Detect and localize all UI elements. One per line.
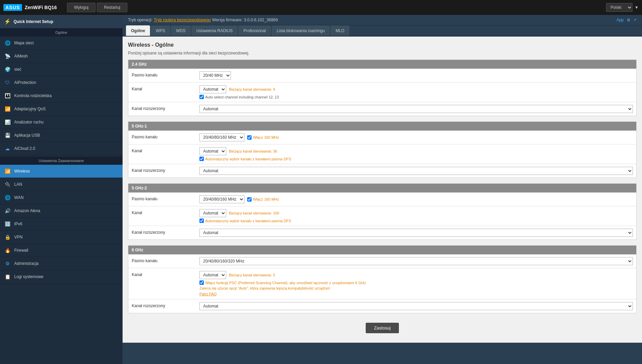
logout-button[interactable]: Wyloguj: [67, 3, 96, 12]
aimesh-icon: 📡: [4, 53, 11, 60]
sidebar-item-mapa-sieci[interactable]: 🌐 Mapa sieci: [0, 37, 123, 50]
sidebar-item-vpn[interactable]: 🔒 VPN: [0, 231, 123, 244]
quick-setup-item[interactable]: ⚡ Quick Internet Setup: [0, 15, 123, 28]
extchannel-select-5g2[interactable]: Automat: [199, 229, 633, 237]
product-name: ZenWiFi BQ16: [25, 5, 57, 10]
dfs-checkbox-5g2[interactable]: [199, 219, 204, 223]
apply-button[interactable]: Zastosuj: [366, 323, 399, 333]
channel-checkbox-input-24[interactable]: [199, 95, 204, 99]
sidebar-label-aiprotection: AiProtection: [14, 80, 36, 85]
band-5ghz2-bandwidth-row: Pasmo kanału 20/40/80/160 MHz 20 MHz40 M…: [128, 192, 636, 206]
sidebar-label-admin: Administracja: [14, 261, 39, 266]
channel-info-24: Bieżący kanał sterowania: 9: [229, 87, 275, 91]
channel-select-24[interactable]: Automat 123 456 789 10111213: [199, 85, 226, 93]
content-area: Tryb operacji: Tryb routera bezprzewodow…: [123, 15, 642, 364]
tab-mlo[interactable]: MLO: [330, 25, 349, 36]
shield-icon: 🛡: [4, 79, 11, 86]
qos-icon: 📶: [4, 106, 11, 112]
logo-area: ASUS ZenWiFi BQ16: [3, 4, 57, 11]
wan-icon: 🌐: [4, 194, 11, 201]
tab-wds[interactable]: WDS: [171, 25, 191, 36]
top-bar: ASUS ZenWiFi BQ16 Wyloguj Restartuj Pols…: [0, 0, 642, 15]
sidebar-item-ipv6[interactable]: 🔢 IPv6: [0, 218, 123, 231]
sidebar-section-general: Ogólne: [0, 28, 123, 37]
channel-info-5g2: Bieżący kanał sterowania: 100: [229, 211, 279, 215]
band-5ghz1-section: 5 GHz-1 Pasmo kanału 20/40/80/160 MHz 20…: [128, 121, 637, 178]
channel-select-6g[interactable]: Automat 15913: [199, 271, 226, 279]
bandwidth-select-6g[interactable]: 20/40/80/160/320 MHz 20 MHz40 MHz80 MHz1…: [199, 257, 633, 265]
bandwidth-select-5g2[interactable]: 20/40/80/160 MHz 20 MHz40 MHz80 MHz160 M…: [199, 195, 244, 203]
extchannel-label-24: Kanał rozszerzony: [132, 105, 199, 111]
sidebar-item-kontrola[interactable]: 👪 Kontrola rodzicielska: [0, 89, 123, 103]
lan-icon: 🔌: [4, 181, 11, 188]
page-subtitle: Poniżej opisane są ustawienia informacji…: [128, 51, 637, 55]
page-title: Wireless - Ogólne: [128, 42, 637, 48]
sidebar-item-alexa[interactable]: 🔊 Amazon Alexa: [0, 204, 123, 218]
sidebar-item-aiprotection[interactable]: 🛡 AiProtection: [0, 76, 123, 89]
enable160-label-5g1: Włącz 160 MHz: [253, 135, 279, 139]
extchannel-label-5g2: Kanał rozszerzony: [132, 229, 199, 235]
bandwidth-select-24[interactable]: 20/40 MHz 20 MHz 40 MHz: [199, 71, 231, 79]
tab-radius[interactable]: Ustawienia RADIUS: [191, 25, 238, 36]
band-24ghz-channel-row: Kanał Automat 123 456 789 10111213 Bieżą…: [128, 83, 636, 102]
firmware-label: Wersja firmware:: [212, 18, 243, 22]
page-content: Wireless - Ogólne Poniżej opisane są ust…: [123, 37, 642, 343]
tabs-row: Ogólne WPS WDS Ustawienia RADIUS Profess…: [123, 25, 642, 37]
channel-value-5g2: Automat 100104108112 Bieżący kanał stero…: [199, 209, 633, 223]
sidebar-section-advanced: Ustawienia Zaawansowane: [0, 157, 123, 165]
sidebar-item-admin[interactable]: ⚙ Administracja: [0, 257, 123, 270]
channel-checkbox-24: Auto select channel including channel 12…: [199, 95, 633, 99]
channel-label-5g1: Kanał: [132, 147, 199, 153]
sidebar-item-qos[interactable]: 📶 Adaptacyjny QoS: [0, 103, 123, 116]
restart-button[interactable]: Restartuj: [97, 3, 127, 12]
language-select[interactable]: Polski English: [606, 3, 633, 12]
dfs-label-5g2: Automatyczny wybór kanału z kanałami pas…: [205, 219, 291, 223]
app-label: App: [617, 18, 624, 22]
channel-value-5g1: Automat 36404448 52566064 100104 Bieżący…: [199, 147, 633, 161]
sidebar-item-aicloud[interactable]: ☁ AiCloud 2.0: [0, 142, 123, 155]
extchannel-select-6g[interactable]: Automat: [199, 302, 633, 310]
sidebar-item-siec[interactable]: 🌍 sieć: [0, 63, 123, 76]
tab-roaming[interactable]: Lista blokowania roamingu: [272, 25, 330, 36]
psc-checkbox-6g[interactable]: [199, 280, 204, 285]
tab-wps[interactable]: WPS: [151, 25, 170, 36]
band-24ghz-bandwidth-row: Pasmo kanału 20/40 MHz 20 MHz 40 MHz: [128, 69, 636, 83]
bandwidth-value-6g: 20/40/80/160/320 MHz 20 MHz40 MHz80 MHz1…: [199, 257, 633, 265]
usb-icon: 💾: [4, 132, 11, 139]
enable160-checkbox-5g1[interactable]: [247, 135, 252, 140]
band-24ghz-section: 2.4 GHz Pasmo kanału 20/40 MHz 20 MHz 40…: [128, 60, 637, 116]
sidebar-item-firewall[interactable]: 🔥 Firewall: [0, 244, 123, 257]
extchannel-select-5g1[interactable]: Automat: [199, 167, 633, 175]
sidebar-item-analizator[interactable]: 📊 Analizator ruchu: [0, 116, 123, 129]
sidebar-item-lan[interactable]: 🔌 LAN: [0, 178, 123, 191]
status-icons: App 🖥 ↗: [617, 18, 637, 22]
sidebar-label-siec: sieć: [14, 67, 21, 72]
status-bar: Tryb operacji: Tryb routera bezprzewodow…: [123, 15, 642, 25]
operation-mode-link[interactable]: Tryb routera bezprzewodowego: [154, 18, 211, 22]
channel-select-5g1[interactable]: Automat 36404448 52566064 100104: [199, 147, 226, 155]
sidebar-label-wan: WAN: [14, 195, 24, 200]
sidebar-item-logi[interactable]: 📋 Logi systemowe: [0, 270, 123, 283]
sidebar-label-analizator: Analizator ruchu: [14, 120, 44, 124]
sidebar-item-wan[interactable]: 🌐 WAN: [0, 191, 123, 204]
sidebar-label-vpn: VPN: [14, 235, 23, 240]
share-icon: ↗: [633, 18, 637, 22]
tab-ogolne[interactable]: Ogólne: [126, 25, 150, 36]
firewall-icon: 🔥: [4, 247, 11, 254]
extchannel-select-24[interactable]: Automat Powyżej Poniżej: [199, 105, 633, 113]
dfs-checkbox-5g1[interactable]: [199, 157, 204, 161]
sidebar-item-aimesh[interactable]: 📡 AiMesh: [0, 50, 123, 63]
bandwidth-label-5g2: Pasmo kanału: [132, 195, 199, 201]
bandwidth-value-24: 20/40 MHz 20 MHz 40 MHz: [199, 71, 633, 79]
sidebar-item-usb[interactable]: 💾 Aplikacja USB: [0, 129, 123, 142]
channel-select-5g2[interactable]: Automat 100104108112: [199, 209, 226, 217]
band-5ghz2-section: 5 GHz-2 Pasmo kanału 20/40/80/160 MHz 20…: [128, 183, 637, 240]
sidebar-item-wireless[interactable]: 📶 Wireless: [0, 165, 123, 178]
faq-link-6g[interactable]: Patrz FAQ: [199, 292, 217, 296]
sidebar-label-logi: Logi systemowe: [14, 274, 43, 279]
bandwidth-select-5g1[interactable]: 20/40/80/160 MHz 20 MHz40 MHz80 MHz160 M…: [199, 133, 244, 141]
band-5ghz1-channel-row: Kanał Automat 36404448 52566064 100104 B…: [128, 144, 636, 164]
bandwidth-value-5g1: 20/40/80/160 MHz 20 MHz40 MHz80 MHz160 M…: [199, 133, 633, 141]
tab-professional[interactable]: Professional: [238, 25, 271, 36]
enable160-checkbox-5g2[interactable]: [247, 197, 252, 202]
